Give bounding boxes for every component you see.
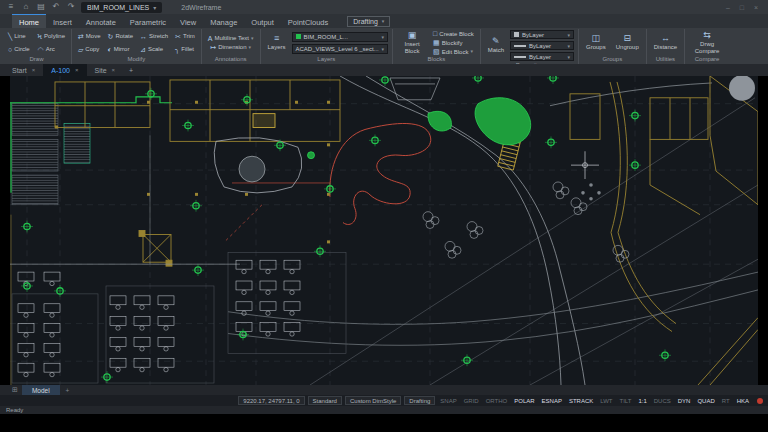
panel-label-blocks[interactable]: Blocks — [397, 55, 476, 64]
home-icon[interactable]: ⌂ — [21, 0, 31, 14]
toggle-lwt[interactable]: LWT — [598, 398, 614, 404]
window-controls[interactable]: – □ × — [726, 4, 762, 11]
create-block-tool[interactable]: □Create Block — [431, 30, 476, 37]
toggle-strack[interactable]: STRACK — [567, 398, 595, 404]
blockify-tool[interactable]: ▦Blockify — [431, 39, 476, 46]
undo-icon[interactable]: ↶ — [51, 0, 61, 14]
compare-icon: ⇆ — [703, 31, 711, 40]
ribbon-tab-manage[interactable]: Manage — [203, 14, 244, 28]
redo-icon[interactable]: ↷ — [66, 0, 76, 14]
toggle-ducs[interactable]: DUCS — [652, 398, 673, 404]
toggle-dyn[interactable]: DYN — [676, 398, 693, 404]
move-tool[interactable]: ⇄Move — [76, 33, 103, 40]
ungroup-tool[interactable]: ⊟Ungroup — [613, 34, 642, 51]
drawing-viewport[interactable] — [10, 76, 758, 385]
toggle-ortho[interactable]: ORTHO — [484, 398, 510, 404]
layout-list-icon[interactable]: ⊞ — [10, 385, 20, 395]
multiline-text-tool[interactable]: AMultiline Text▾ — [206, 35, 256, 42]
text-style-field[interactable]: Standard — [308, 396, 342, 405]
panel-label-groups[interactable]: Groups — [583, 55, 642, 64]
toggle-esnap[interactable]: ESNAP — [540, 398, 564, 404]
ribbon-tab-insert[interactable]: Insert — [46, 14, 79, 28]
match-properties-tool[interactable]: ✎Match — [485, 37, 507, 54]
toggle-hka[interactable]: HKA — [735, 398, 751, 404]
app-menu-icon[interactable]: ≡ — [6, 0, 16, 14]
ribbon-tab-parametric[interactable]: Parametric — [123, 14, 173, 28]
insert-block-tool[interactable]: ▣Insert Block — [397, 31, 427, 54]
arc-tool[interactable]: ◠Arc — [36, 46, 67, 53]
close-tab-icon[interactable]: × — [75, 67, 79, 73]
workspace-selector[interactable]: Drafting ▾ — [347, 16, 390, 27]
distance-tool[interactable]: ↔Distance — [651, 34, 680, 51]
toggle-tilt[interactable]: TILT — [618, 398, 634, 404]
toggle-rt[interactable]: RT — [720, 398, 732, 404]
rotate-tool[interactable]: ↻Rotate — [106, 33, 136, 40]
coordinates-display[interactable]: 9220.17, 24797.11, 0 — [238, 396, 304, 405]
fillet-tool[interactable]: ╮Fillet — [173, 46, 197, 53]
dimension-tool[interactable]: ↦Dimension▾ — [208, 44, 253, 51]
record-indicator[interactable] — [757, 398, 763, 404]
chevron-down-icon: ▾ — [382, 18, 385, 24]
drawing-canvas[interactable] — [10, 76, 758, 385]
panel-label-modify[interactable]: Modify — [76, 55, 197, 64]
ribbon-tab-annotate[interactable]: Annotate — [79, 14, 123, 28]
toggle-grid[interactable]: GRID — [462, 398, 481, 404]
layers-manager-tool[interactable]: ≡Layers — [265, 34, 289, 51]
current-file-tab[interactable]: BIM_ROOM_LINES ▾ — [81, 2, 162, 13]
lineweight-sample — [514, 56, 526, 58]
panel-label-layers[interactable]: Layers — [265, 55, 389, 64]
crosshair-marker — [571, 151, 599, 179]
groups-tool[interactable]: ◫Groups — [583, 34, 609, 51]
document-tab-bar: Start× A-100× Site× + — [0, 64, 768, 76]
toggle-snap[interactable]: SNAP — [438, 398, 458, 404]
polyline-tool[interactable]: ϞPolyline — [36, 33, 67, 40]
trim-tool[interactable]: ✂Trim — [173, 33, 197, 40]
model-tab-bar: ⊞ Model + — [0, 385, 768, 395]
mirror-icon: ◐ — [108, 46, 112, 53]
circle-tool[interactable]: ○Circle — [6, 46, 32, 53]
add-layout-button[interactable]: + — [62, 385, 74, 395]
toggle-polar[interactable]: POLAR — [512, 398, 536, 404]
toggle-scale-1-1[interactable]: 1:1 — [636, 398, 648, 404]
doc-tab-site[interactable]: Site× — [87, 64, 124, 76]
file-name: BIM_ROOM_LINES — [87, 4, 149, 11]
dim-style-field[interactable]: Custom DimStyle — [345, 396, 401, 405]
scale-tool[interactable]: ⊿Scale — [138, 46, 170, 53]
layer-state-dropdown[interactable]: ACAD_VIEWS_Level 6 _sect... ▾ — [292, 44, 389, 54]
drawing-compare-tool[interactable]: ⇆Drwg Compare — [689, 31, 725, 54]
ribbon-tab-row: Home Insert Annotate Parametric View Man… — [0, 14, 768, 28]
model-tab[interactable]: Model — [22, 385, 60, 395]
panel-label-draw[interactable]: Draw — [6, 55, 67, 64]
panel-label-annotations[interactable]: Annotations — [206, 55, 256, 64]
workspace-field[interactable]: Drafting — [404, 396, 435, 405]
ribbon-tab-view[interactable]: View — [173, 14, 203, 28]
stretch-tool[interactable]: ↔Stretch — [138, 33, 170, 40]
copy-tool[interactable]: ▱Copy — [76, 46, 103, 53]
lineweight-dropdown[interactable]: ByLayer ▾ — [510, 52, 574, 61]
ribbon-tab-home[interactable]: Home — [12, 14, 46, 28]
polyline-icon: Ϟ — [38, 33, 42, 40]
color-dropdown[interactable]: ByLayer ▾ — [510, 30, 574, 39]
layers-icon: ≡ — [274, 34, 279, 43]
line-tool[interactable]: ╲Line — [6, 33, 32, 40]
new-doc-icon[interactable]: ▤ — [36, 0, 46, 14]
close-tab-icon[interactable]: × — [112, 67, 116, 73]
panel-label-utilities[interactable]: Utilities — [651, 55, 680, 64]
new-tab-button[interactable]: + — [123, 64, 139, 76]
ribbon-tab-output[interactable]: Output — [244, 14, 281, 28]
match-properties-icon: ✎ — [492, 37, 500, 46]
stretch-icon: ↔ — [140, 33, 147, 40]
building-walls-yellow — [11, 76, 758, 385]
toggle-quad[interactable]: QUAD — [695, 398, 716, 404]
view-style-label[interactable]: 2dWireframe — [181, 4, 221, 11]
close-tab-icon[interactable]: × — [32, 67, 36, 73]
edit-block-tool[interactable]: ▧Edit Block▾ — [431, 48, 476, 55]
chevron-down-icon: ▾ — [251, 36, 254, 41]
doc-tab-a100[interactable]: A-100× — [43, 64, 86, 76]
mirror-tool[interactable]: ◐Mirror — [106, 46, 136, 53]
current-layer-dropdown[interactable]: BIM_ROOM_L... ▾ — [292, 32, 389, 42]
linetype-dropdown[interactable]: ByLayer ▾ — [510, 41, 574, 50]
ribbon-tab-pointclouds[interactable]: PointClouds — [281, 14, 335, 28]
panel-label-compare[interactable]: Compare — [689, 55, 725, 64]
doc-tab-start[interactable]: Start× — [4, 64, 43, 76]
